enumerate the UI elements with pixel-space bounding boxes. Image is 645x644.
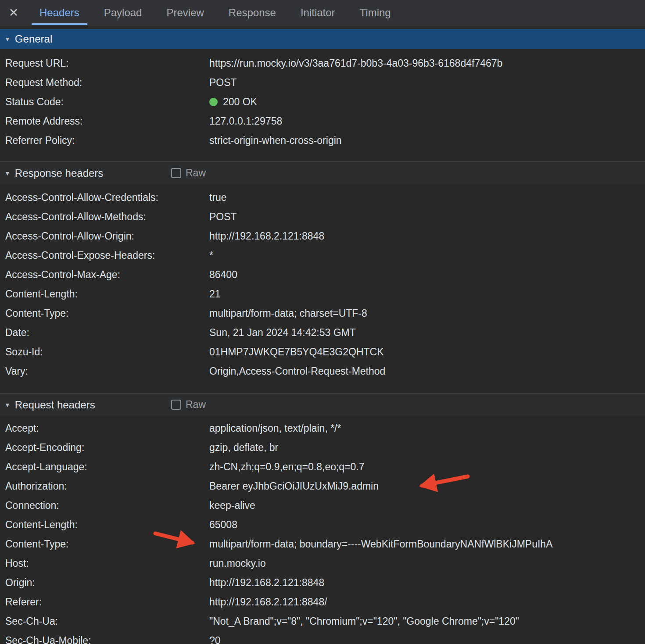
header-row: Referer:http://192.168.2.121:8848/ bbox=[0, 592, 645, 612]
section-header-response-headers[interactable]: ▼ Response headers Raw bbox=[0, 161, 645, 184]
tab-timing[interactable]: Timing bbox=[351, 0, 400, 25]
header-name: Access-Control-Allow-Methods: bbox=[5, 211, 209, 223]
header-value: ?0 bbox=[209, 635, 640, 644]
status-ok-dot-icon bbox=[209, 98, 218, 106]
header-row: Sozu-Id:01HMP7JWKQE7B5YQ4E3G2QHTCK bbox=[0, 342, 645, 361]
section-header-general[interactable]: ▼ General bbox=[0, 29, 645, 49]
header-name: Host: bbox=[5, 558, 209, 569]
header-name: Origin: bbox=[5, 577, 209, 589]
header-row: Content-Length:65008 bbox=[0, 515, 645, 534]
header-name: Accept-Language: bbox=[5, 461, 209, 473]
header-value: 65008 bbox=[209, 519, 640, 531]
header-row: Access-Control-Allow-Methods:POST bbox=[0, 207, 645, 226]
header-value: http://192.168.2.121:8848 bbox=[209, 577, 640, 589]
disclosure-triangle-icon: ▼ bbox=[4, 170, 11, 176]
tab-response[interactable]: Response bbox=[220, 0, 285, 25]
header-value: 127.0.0.1:29758 bbox=[209, 115, 640, 127]
tab-bar: ✕ HeadersPayloadPreviewResponseInitiator… bbox=[0, 0, 645, 25]
header-row: Status Code:200 OK bbox=[0, 92, 645, 111]
section-header-request-headers[interactable]: ▼ Request headers Raw bbox=[0, 393, 645, 416]
header-row: Authorization:Bearer eyJhbGciOiJIUzUxMiJ… bbox=[0, 476, 645, 496]
disclosure-triangle-icon: ▼ bbox=[4, 36, 11, 42]
header-name: Access-Control-Max-Age: bbox=[5, 269, 209, 281]
header-value: run.mocky.io bbox=[209, 558, 640, 569]
section-title-request-headers: Request headers bbox=[15, 399, 95, 411]
header-name: Accept-Encoding: bbox=[5, 442, 209, 454]
header-name: Content-Length: bbox=[5, 288, 209, 300]
raw-label: Raw bbox=[186, 399, 206, 411]
header-value: true bbox=[209, 192, 640, 204]
header-name: Sec-Ch-Ua: bbox=[5, 615, 209, 627]
header-value: Origin,Access-Control-Request-Method bbox=[209, 365, 640, 377]
header-row: Accept-Language:zh-CN,zh;q=0.9,en;q=0.8,… bbox=[0, 457, 645, 476]
tab-payload[interactable]: Payload bbox=[95, 0, 151, 25]
header-name: Request Method: bbox=[5, 77, 209, 89]
header-value: zh-CN,zh;q=0.9,en;q=0.8,eo;q=0.7 bbox=[209, 461, 640, 473]
tab-initiator[interactable]: Initiator bbox=[292, 0, 344, 25]
raw-checkbox-request[interactable] bbox=[171, 400, 181, 410]
header-name: Referrer Policy: bbox=[5, 135, 209, 147]
header-row: Sec-Ch-Ua:"Not_A Brand";v="8", "Chromium… bbox=[0, 612, 645, 631]
header-name: Accept: bbox=[5, 422, 209, 434]
header-row: Remote Address:127.0.0.1:29758 bbox=[0, 111, 645, 131]
header-row: Access-Control-Allow-Origin:http://192.1… bbox=[0, 226, 645, 246]
header-row: Request Method:POST bbox=[0, 73, 645, 92]
header-name: Content-Type: bbox=[5, 538, 209, 550]
header-value: gzip, deflate, br bbox=[209, 442, 640, 454]
header-name: Remote Address: bbox=[5, 115, 209, 127]
header-value: * bbox=[209, 250, 640, 261]
header-name: Access-Control-Allow-Origin: bbox=[5, 230, 209, 242]
header-row: Access-Control-Expose-Headers:* bbox=[0, 246, 645, 265]
header-row: Host:run.mocky.io bbox=[0, 554, 645, 573]
header-row: Access-Control-Allow-Credentials:true bbox=[0, 188, 645, 207]
header-name: Access-Control-Expose-Headers: bbox=[5, 250, 209, 261]
header-name: Content-Type: bbox=[5, 308, 209, 319]
header-name: Sozu-Id: bbox=[5, 346, 209, 358]
header-value: 86400 bbox=[209, 269, 640, 281]
header-row: Connection:keep-alive bbox=[0, 496, 645, 515]
header-name: Authorization: bbox=[5, 480, 209, 492]
header-row: Accept:application/json, text/plain, */* bbox=[0, 419, 645, 438]
header-value: https://run.mocky.io/v3/3aa761d7-b0b3-4a… bbox=[209, 57, 640, 69]
header-value: application/json, text/plain, */* bbox=[209, 422, 640, 434]
header-row: Origin:http://192.168.2.121:8848 bbox=[0, 573, 645, 592]
header-row: Request URL:https://run.mocky.io/v3/3aa7… bbox=[0, 54, 645, 73]
header-value: http://192.168.2.121:8848/ bbox=[209, 596, 640, 608]
header-value: multipart/form-data; charset=UTF-8 bbox=[209, 308, 640, 319]
header-row: Referrer Policy:strict-origin-when-cross… bbox=[0, 131, 645, 150]
section-title-general: General bbox=[15, 33, 52, 45]
header-row: Content-Length:21 bbox=[0, 284, 645, 304]
close-icon[interactable]: ✕ bbox=[0, 0, 27, 25]
raw-toggle-request: Raw bbox=[171, 394, 206, 416]
network-request-details-panel: ✕ HeadersPayloadPreviewResponseInitiator… bbox=[0, 0, 645, 644]
raw-checkbox-response[interactable] bbox=[171, 168, 181, 178]
header-value: POST bbox=[209, 77, 640, 89]
header-value: keep-alive bbox=[209, 500, 640, 512]
general-rows: Request URL:https://run.mocky.io/v3/3aa7… bbox=[0, 49, 645, 150]
header-name: Date: bbox=[5, 327, 209, 339]
header-name: Status Code: bbox=[5, 96, 209, 108]
raw-label: Raw bbox=[186, 167, 206, 179]
header-name: Request URL: bbox=[5, 57, 209, 69]
tab-preview[interactable]: Preview bbox=[158, 0, 212, 25]
tab-headers[interactable]: Headers bbox=[31, 0, 88, 25]
header-name: Content-Length: bbox=[5, 519, 209, 531]
raw-toggle-response: Raw bbox=[171, 162, 206, 184]
header-value: multipart/form-data; boundary=----WebKit… bbox=[209, 538, 640, 550]
header-name: Referer: bbox=[5, 596, 209, 608]
section-title-response-headers: Response headers bbox=[15, 167, 103, 179]
header-value: strict-origin-when-cross-origin bbox=[209, 135, 640, 147]
header-value: 01HMP7JWKQE7B5YQ4E3G2QHTCK bbox=[209, 346, 640, 358]
header-row: Content-Type:multipart/form-data; bounda… bbox=[0, 534, 645, 554]
header-row: Vary:Origin,Access-Control-Request-Metho… bbox=[0, 361, 645, 381]
header-value: Bearer eyJhbGciOiJIUzUxMiJ9.admin bbox=[209, 480, 640, 492]
header-name: Access-Control-Allow-Credentials: bbox=[5, 192, 209, 204]
header-value: POST bbox=[209, 211, 640, 223]
header-row: Content-Type:multipart/form-data; charse… bbox=[0, 304, 645, 323]
header-row: Accept-Encoding:gzip, deflate, br bbox=[0, 438, 645, 457]
header-value: "Not_A Brand";v="8", "Chromium";v="120",… bbox=[209, 615, 640, 627]
header-value: 21 bbox=[209, 288, 640, 300]
disclosure-triangle-icon: ▼ bbox=[4, 402, 11, 408]
header-name: Vary: bbox=[5, 365, 209, 377]
header-name: Connection: bbox=[5, 500, 209, 512]
